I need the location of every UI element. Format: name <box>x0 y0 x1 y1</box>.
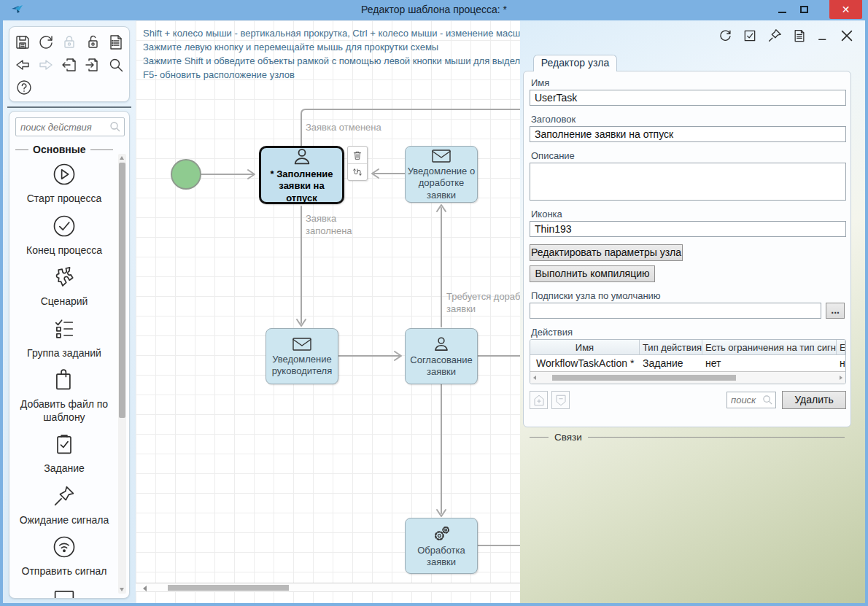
sidebar-search <box>15 117 125 136</box>
sidebar-scrollbar[interactable] <box>118 154 126 594</box>
actions-sidebar: Основные Старт процесса Конец процесса С… <box>9 111 130 599</box>
help-icon[interactable] <box>12 76 35 98</box>
edge-label-cancelled: Заявка отменена <box>306 122 381 134</box>
node-fill-request[interactable]: * Заполнение заявки на отпуск <box>259 146 344 204</box>
sidebar-item-task-group[interactable]: Группа заданий <box>12 316 116 360</box>
actions-label: Действия <box>531 327 845 338</box>
actions-search-input[interactable] <box>731 395 760 405</box>
delete-action-button[interactable]: Удалить <box>782 391 846 409</box>
sidebar-items: Старт процесса Конец процесса Сценарий Г… <box>12 154 116 598</box>
page-arrow-right-icon[interactable] <box>82 53 103 76</box>
page-arrow-left-icon[interactable] <box>59 53 80 76</box>
actions-search <box>726 392 776 408</box>
mail-icon <box>290 335 314 353</box>
column-name[interactable]: Имя <box>530 340 640 354</box>
delete-node-button[interactable] <box>348 147 367 163</box>
close-button[interactable]: ✕ <box>829 0 862 19</box>
links-label: Связи <box>554 432 582 443</box>
properties-icon[interactable] <box>106 31 126 53</box>
refresh-icon[interactable] <box>36 31 56 53</box>
edit-node-params-button[interactable]: Редактировать параметры узла <box>530 244 683 261</box>
left-column: Основные Старт процесса Конец процесса С… <box>3 20 136 603</box>
save-icon[interactable] <box>12 31 33 53</box>
unlock-icon[interactable] <box>82 31 103 53</box>
search-icon <box>109 121 121 136</box>
check-circle-icon <box>51 213 77 242</box>
node-manager-notice[interactable]: Уведомление руководителя <box>266 328 338 384</box>
refresh-icon[interactable] <box>717 28 733 44</box>
description-field[interactable] <box>530 163 846 201</box>
column-signal-restrictions[interactable]: Есть ограничения на тип сигнала <box>702 340 837 354</box>
column-action-type[interactable]: Тип действия <box>640 340 702 354</box>
minimize-button[interactable] <box>772 0 792 19</box>
panel-close-icon[interactable] <box>839 28 855 44</box>
file-attach-icon <box>51 367 77 396</box>
window-content: Основные Старт процесса Конец процесса С… <box>3 20 865 603</box>
table-row[interactable]: WorkflowTaskAction * Задание нет н <box>530 355 845 372</box>
pin-icon[interactable] <box>767 28 783 44</box>
sidebar-item-process-end[interactable]: Конец процесса <box>12 213 116 257</box>
panel-splitter[interactable] <box>7 106 131 108</box>
pentagon-minus-icon <box>554 394 567 407</box>
sidebar-item-scenario[interactable]: Сценарий <box>12 264 116 308</box>
sidebar-search-input[interactable] <box>20 120 106 133</box>
puzzle-icon <box>51 264 77 293</box>
titlebar: Редактор шаблона процесса: * ✕ <box>0 0 868 20</box>
actions-table: Имя Тип действия Есть ограничения на тип… <box>530 339 846 384</box>
search-icon[interactable] <box>106 53 126 76</box>
name-field[interactable] <box>530 90 846 106</box>
forward-icon[interactable] <box>36 53 56 76</box>
sidebar-item-send-signal[interactable]: Отправить сигнал <box>12 534 116 578</box>
icon-field[interactable] <box>530 221 846 237</box>
icon-label: Иконка <box>531 209 845 220</box>
document-icon[interactable] <box>792 28 807 44</box>
node-processing[interactable]: Обработка заявки <box>405 518 478 574</box>
node-approval[interactable]: Согласование заявки <box>405 328 478 384</box>
subscriptions-label: Подписки узла по умолчанию <box>531 290 845 301</box>
sidebar-item-wait-signal[interactable]: Ожидание сигнала <box>12 483 116 527</box>
node-rework-notice[interactable]: Уведомление о доработке заявки <box>405 146 478 203</box>
name-label: Имя <box>531 77 845 88</box>
table-horizontal-scrollbar[interactable] <box>530 372 845 384</box>
canvas-horizontal-scrollbar[interactable] <box>136 583 520 592</box>
mail-icon <box>430 147 453 165</box>
signal-icon <box>51 534 77 563</box>
search-icon <box>762 395 773 408</box>
user-icon <box>291 146 313 168</box>
pin-icon <box>51 483 77 512</box>
panel-minimize-icon[interactable] <box>816 29 829 42</box>
reroute-icon <box>352 166 363 178</box>
monitor-icon <box>51 586 77 599</box>
user-icon <box>431 335 452 354</box>
node-editor-form: Имя Заголовок Описание Иконка Редактиров… <box>523 71 851 427</box>
tab-node-editor[interactable]: Редактор узла <box>533 55 617 71</box>
start-event-node[interactable] <box>171 159 201 190</box>
subscriptions-browse-button[interactable]: ... <box>826 303 845 319</box>
diagram-canvas[interactable]: Shift + колесо мыши - вертикальная прокр… <box>136 20 520 603</box>
sidebar-item-task[interactable]: Задание <box>12 431 116 475</box>
maximize-button[interactable] <box>794 0 814 19</box>
clipboard-check-icon <box>51 431 77 460</box>
play-circle-icon <box>51 161 77 190</box>
actions-table-header: Имя Тип действия Есть ограничения на тип… <box>530 340 845 355</box>
edge-label-rework: Требуется доработка заявки <box>446 291 520 316</box>
column-clipped[interactable]: Ес <box>837 340 845 354</box>
window-title: Редактор шаблона процесса: * <box>0 4 868 15</box>
panel-toolbar <box>717 28 855 44</box>
subscriptions-field[interactable] <box>530 303 821 319</box>
lock-icon[interactable] <box>59 31 80 53</box>
sidebar-item-process-start[interactable]: Старт процесса <box>12 161 116 206</box>
remove-action-button[interactable] <box>551 391 570 409</box>
edge-label-filled: Заявка заполнена <box>306 213 364 238</box>
checkbox-icon[interactable] <box>743 28 757 43</box>
back-icon[interactable] <box>12 53 33 76</box>
sidebar-item-add-file-template[interactable]: Добавить файл по шаблону <box>12 367 116 424</box>
actions-footer: Удалить <box>530 391 845 416</box>
gears-icon <box>430 524 452 544</box>
reroute-connection-button[interactable] <box>348 163 367 180</box>
trash-icon <box>352 149 363 161</box>
compile-button[interactable]: Выполнить компиляцию <box>530 265 655 282</box>
add-action-button[interactable] <box>530 391 548 409</box>
title-field[interactable] <box>530 126 846 142</box>
sidebar-item-subprocess[interactable]: Подпроцесс <box>12 586 116 599</box>
